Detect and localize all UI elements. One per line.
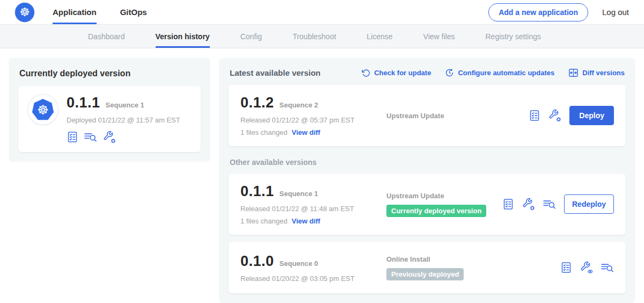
subnav-view-files[interactable]: View files xyxy=(423,25,455,48)
files-changed-label: 1 files changed xyxy=(240,128,287,136)
version-actions xyxy=(560,261,614,274)
deployed-version-actions xyxy=(67,131,180,143)
tab-application[interactable]: Application xyxy=(53,0,97,24)
add-new-application-button[interactable]: Add a new application xyxy=(488,3,588,21)
deployed-timestamp: Deployed 01/21/22 @ 11:57 am EST xyxy=(67,116,180,124)
version-source: Online Install xyxy=(386,255,560,263)
clock-arrow-icon xyxy=(445,68,454,77)
version-history-page: Currently deployed version ☸ 0.1.1 Seque… xyxy=(0,48,644,303)
view-diff-link[interactable]: View diff xyxy=(291,217,320,225)
deployed-version-sequence: Sequence 1 xyxy=(106,101,144,109)
redeploy-button[interactable]: Redeploy xyxy=(564,194,614,214)
released-timestamp: Released 01/21/22 @ 11:48 am EST xyxy=(240,205,379,213)
version-card-0-1-1: 0.1.1 Sequence 1 Released 01/21/22 @ 11:… xyxy=(229,174,626,235)
subnav-dashboard[interactable]: Dashboard xyxy=(88,25,125,48)
subnav-version-history[interactable]: Version history xyxy=(156,25,210,48)
update-actions: Check for update Configure automatic upd… xyxy=(362,68,625,78)
deployed-version-info: 0.1.1 Sequence 1 Deployed 01/21/22 @ 11:… xyxy=(67,95,180,143)
helm-wheel-glyph: ☸ xyxy=(37,104,49,117)
version-number: 0.1.0 xyxy=(240,253,274,270)
version-source-column: Upstream Update Currently deployed versi… xyxy=(379,192,502,217)
version-source: Upstream Update xyxy=(386,112,529,120)
deploy-logs-icon[interactable] xyxy=(543,198,556,210)
config-wrench-gear-icon[interactable] xyxy=(548,109,561,122)
files-changed-label: 1 files changed xyxy=(240,217,287,225)
version-number: 0.1.1 xyxy=(240,183,274,200)
deploy-logs-icon[interactable] xyxy=(601,262,614,273)
top-tabs: Application GitOps xyxy=(53,0,147,24)
currently-deployed-badge: Currently deployed version xyxy=(386,205,486,217)
subnav-troubleshoot[interactable]: Troubleshoot xyxy=(292,25,336,48)
version-source-column: Upstream Update xyxy=(379,112,529,120)
diff-versions-label: Diff versions xyxy=(582,69,625,77)
config-wrench-gear-icon[interactable] xyxy=(103,131,116,143)
version-info: 0.1.0 Sequence 0 Released 01/20/22 @ 03:… xyxy=(240,253,379,283)
deploy-button[interactable]: Deploy xyxy=(569,106,614,125)
deployed-panel-title: Currently deployed version xyxy=(18,67,201,78)
diff-icon xyxy=(568,68,579,78)
version-info: 0.1.1 Sequence 1 Released 01/21/22 @ 11:… xyxy=(240,183,379,225)
version-actions: Deploy xyxy=(529,106,614,125)
deployed-version-number: 0.1.1 xyxy=(67,95,100,111)
version-number: 0.1.2 xyxy=(240,95,274,111)
available-versions-header: Latest available version Check for updat… xyxy=(229,67,626,78)
version-sequence: Sequence 1 xyxy=(280,190,318,198)
version-card-0-1-0: 0.1.0 Sequence 0 Released 01/20/22 @ 03:… xyxy=(229,242,626,293)
version-sequence: Sequence 2 xyxy=(280,101,318,109)
version-info: 0.1.2 Sequence 2 Released 01/21/22 @ 05:… xyxy=(240,95,379,136)
subnav-license[interactable]: License xyxy=(367,25,392,48)
subnav-config[interactable]: Config xyxy=(240,25,262,48)
deploy-logs-icon[interactable] xyxy=(84,131,97,143)
released-timestamp: Released 01/20/22 @ 03:05 pm EST xyxy=(240,275,379,283)
configure-automatic-updates-link[interactable]: Configure automatic updates xyxy=(445,68,554,78)
diff-versions-link[interactable]: Diff versions xyxy=(568,68,625,78)
deployed-version-card: ☸ 0.1.1 Sequence 1 Deployed 01/21/22 @ 1… xyxy=(18,86,201,152)
currently-deployed-panel: Currently deployed version ☸ 0.1.1 Seque… xyxy=(9,58,210,162)
preflight-checklist-icon[interactable] xyxy=(67,131,78,143)
config-wrench-gear-icon[interactable] xyxy=(522,198,535,211)
app-version-logo: ☸ xyxy=(28,95,58,125)
app-logo[interactable]: ☸ xyxy=(15,0,34,24)
check-for-update-label: Check for update xyxy=(374,69,431,77)
top-navigation-bar: ☸ Application GitOps Add a new applicati… xyxy=(0,0,644,25)
preflight-checklist-icon[interactable] xyxy=(502,198,514,210)
kubernetes-logo-icon: ☸ xyxy=(15,3,34,22)
config-wrench-eye-icon[interactable] xyxy=(580,261,593,274)
kubernetes-logo-icon: ☸ xyxy=(32,99,54,120)
configure-automatic-updates-label: Configure automatic updates xyxy=(458,69,554,77)
app-subnav: Dashboard Version history Config Trouble… xyxy=(0,25,644,48)
view-diff-link[interactable]: View diff xyxy=(291,128,320,136)
previously-deployed-badge: Previously deployed xyxy=(386,268,464,280)
check-for-update-link[interactable]: Check for update xyxy=(362,68,431,78)
latest-available-title: Latest available version xyxy=(230,68,320,77)
version-source-column: Online Install Previously deployed xyxy=(379,255,560,280)
preflight-checklist-icon[interactable] xyxy=(529,110,540,121)
version-sequence: Sequence 0 xyxy=(280,259,318,268)
other-available-versions-title: Other available versions xyxy=(230,158,625,167)
logout-button[interactable]: Log out xyxy=(602,8,629,17)
preflight-checklist-icon[interactable] xyxy=(560,262,572,273)
tab-gitops[interactable]: GitOps xyxy=(120,0,147,24)
helm-wheel-glyph: ☸ xyxy=(19,6,30,18)
subnav-registry-settings[interactable]: Registry settings xyxy=(485,25,540,48)
refresh-icon xyxy=(362,69,370,77)
version-card-0-1-2: 0.1.2 Sequence 2 Released 01/21/22 @ 05:… xyxy=(229,85,626,146)
released-timestamp: Released 01/21/22 @ 05:37 pm EST xyxy=(240,116,379,124)
version-actions: Redeploy xyxy=(502,194,614,214)
version-source: Upstream Update xyxy=(386,192,502,200)
available-versions-panel: Latest available version Check for updat… xyxy=(219,58,635,303)
topbar-right: Add a new application Log out xyxy=(488,0,629,24)
